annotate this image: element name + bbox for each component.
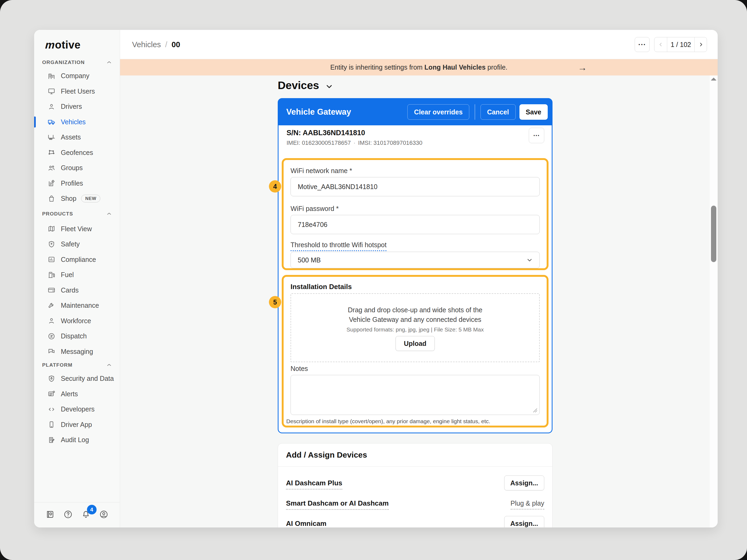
installation-details-title: Installation Details	[290, 283, 352, 291]
chart-frame-icon	[48, 256, 55, 264]
footer-account-button[interactable]	[98, 509, 110, 521]
assign-ai-dashcam-plus-button[interactable]: Assign...	[504, 476, 544, 490]
breadcrumb: Vehicles / 00	[132, 30, 180, 59]
sidebar-item-shop[interactable]: ShopNEW	[34, 191, 120, 206]
dropzone-formats: Supported formats: png, jpg, jpeg | File…	[291, 326, 539, 333]
sidebar-item-assets[interactable]: Assets	[34, 130, 120, 145]
shopping-bag-icon	[48, 195, 55, 203]
breadcrumb-separator: /	[165, 40, 167, 49]
sidebar-item-audit-log[interactable]: Audit Log	[34, 432, 120, 448]
nav-section-organization[interactable]: ORGANIZATION	[34, 56, 120, 68]
sidebar-item-maintenance[interactable]: Maintenance	[34, 298, 120, 313]
scroll-up-arrow-icon[interactable]	[711, 78, 717, 81]
sidebar-item-vehicles[interactable]: Vehicles	[34, 114, 120, 130]
phone-icon	[48, 421, 55, 429]
map-icon	[48, 225, 55, 233]
notes-label: Notes	[290, 365, 308, 373]
person-icon	[48, 103, 55, 111]
page-header: Vehicles / 00 ··· 1 / 102	[120, 30, 718, 59]
pager-prev-button[interactable]	[654, 37, 667, 52]
sidebar-item-developers[interactable]: Developers	[34, 402, 120, 417]
wifi-threshold-label: Threshold to throttle Wifi hotspot	[290, 241, 387, 251]
sidebar-item-compliance[interactable]: Compliance	[34, 252, 120, 267]
desktop-background: motive ORGANIZATION CompanyFleet UsersDr…	[0, 0, 747, 560]
dropzone-line2: Vehicle Gateway and any connected device…	[291, 316, 539, 323]
scrollbar-track[interactable]	[710, 76, 718, 528]
wifi-threshold-select[interactable]: 500 MB	[290, 252, 540, 268]
chevron-down-icon	[526, 257, 533, 264]
sidebar-item-fleet-users[interactable]: Fleet Users	[34, 84, 120, 99]
pager-next-button[interactable]	[694, 37, 707, 52]
vehicle-gateway-card: Vehicle Gateway Clear overrides Cancel S…	[278, 98, 552, 433]
notes-hint: Description of install type (covert/open…	[286, 418, 490, 425]
imei-imsi-line: IMEI: 016230005178657 · IMSI: 3101708970…	[286, 139, 422, 146]
sidebar-item-alerts[interactable]: Alerts	[34, 386, 120, 402]
breadcrumb-vehicles-link[interactable]: Vehicles	[132, 40, 161, 49]
alert-doc-icon	[48, 390, 55, 398]
wifi-threshold-value: 500 MB	[298, 256, 321, 264]
notes-field-wrap	[290, 375, 540, 415]
devices-section-toggle[interactable]: Devices	[278, 79, 334, 92]
more-actions-button[interactable]: ···	[635, 37, 650, 52]
smart-dashcam-plug-and-play-link[interactable]: Plug & play	[511, 500, 544, 507]
sidebar-item-dispatch[interactable]: Dispatch	[34, 328, 120, 344]
sidebar-item-drivers[interactable]: Drivers	[34, 99, 120, 114]
resize-handle-icon[interactable]	[533, 408, 538, 413]
clear-overrides-button[interactable]: Clear overrides	[407, 104, 469, 120]
doc-pencil-icon	[48, 436, 55, 444]
wifi-password-label: WiFi password *	[290, 205, 339, 213]
sidebar-item-security-and-data[interactable]: Security and Data	[34, 371, 120, 386]
banner-profile-name: Long Haul Vehicles	[424, 63, 486, 71]
sidebar-item-groups[interactable]: Groups	[34, 160, 120, 176]
sidebar-item-fuel[interactable]: Fuel	[34, 267, 120, 283]
sidebar-item-workforce[interactable]: Workforce	[34, 313, 120, 329]
new-badge: NEW	[81, 195, 100, 203]
sidebar-item-cards[interactable]: Cards	[34, 283, 120, 298]
sidebar-item-geofences[interactable]: Geofences	[34, 145, 120, 161]
sidebar-item-fleet-view[interactable]: Fleet View	[34, 221, 120, 237]
sidebar-item-profiles[interactable]: Profiles	[34, 176, 120, 191]
sidebar-item-messaging[interactable]: Messaging	[34, 344, 120, 359]
app-window: motive ORGANIZATION CompanyFleet UsersDr…	[34, 30, 718, 528]
chevron-up-icon	[106, 362, 112, 368]
sidebar-item-driver-app[interactable]: Driver App	[34, 417, 120, 432]
sidebar-item-company[interactable]: Company	[34, 68, 120, 84]
profile-icon	[99, 510, 109, 520]
dispatch-icon	[48, 332, 55, 340]
footer-resources-button[interactable]	[44, 509, 56, 521]
nav-section-products[interactable]: PRODUCTS	[34, 206, 120, 221]
device-name: AI Dashcam Plus	[286, 479, 504, 487]
chevron-left-icon	[658, 42, 664, 48]
nav-section-platform[interactable]: PLATFORM	[34, 359, 120, 371]
credit-card-icon	[48, 286, 55, 294]
inheritance-banner: Entity is inheriting settings from Long …	[120, 59, 718, 76]
chevron-up-icon	[106, 211, 112, 217]
upload-button[interactable]: Upload	[396, 336, 435, 351]
device-name: Smart Dashcam or AI Dashcam	[286, 499, 511, 507]
photo-dropzone[interactable]: Drag and drop close-up and wide shots of…	[290, 293, 540, 362]
truck-icon	[48, 118, 55, 126]
cancel-button[interactable]: Cancel	[481, 104, 516, 120]
chevron-down-icon	[325, 82, 334, 91]
add-assign-devices-card: Add / Assign Devices AI Dashcam PlusAssi…	[278, 443, 552, 528]
save-button[interactable]: Save	[519, 104, 548, 120]
device-more-button[interactable]: ···	[529, 128, 544, 143]
motive-logo[interactable]: motive	[45, 39, 81, 51]
footer-notifications-button[interactable]: 4	[80, 509, 92, 521]
banner-arrow-link[interactable]: →	[578, 63, 587, 72]
add-assign-devices-title: Add / Assign Devices	[286, 450, 367, 459]
step-4-badge: 4	[269, 180, 281, 192]
wifi-password-input[interactable]	[290, 215, 540, 234]
devices-heading: Devices	[278, 79, 319, 92]
scrollbar-thumb[interactable]	[711, 206, 716, 262]
notes-textarea[interactable]	[290, 375, 540, 415]
wifi-network-name-input[interactable]	[290, 177, 540, 196]
monitor-icon	[48, 87, 55, 95]
chat-bubbles-icon	[48, 347, 55, 355]
assign-ai-omnicam-button[interactable]: Assign...	[504, 516, 544, 528]
imsi-value: IMSI: 310170897016330	[358, 139, 422, 146]
imei-value: IMEI: 016230005178657	[286, 139, 351, 146]
pager-count: 1 / 102	[667, 37, 694, 52]
footer-help-button[interactable]	[62, 509, 74, 521]
sidebar-item-safety[interactable]: Safety	[34, 237, 120, 252]
